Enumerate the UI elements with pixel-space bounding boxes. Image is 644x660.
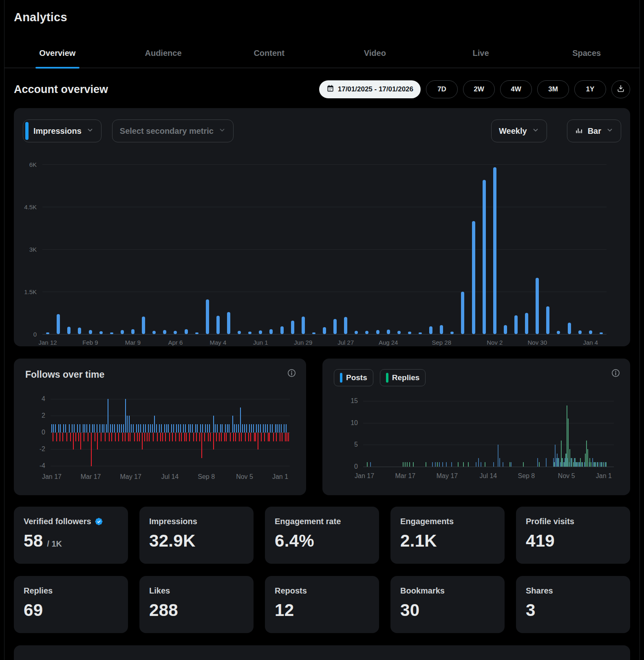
impressions-bar[interactable]: [504, 325, 507, 334]
impressions-bar[interactable]: [323, 327, 326, 334]
follows-bar[interactable]: [138, 424, 139, 433]
replies-bar[interactable]: [554, 462, 555, 467]
replies-bar[interactable]: [567, 405, 567, 467]
unfollows-bar[interactable]: [175, 433, 176, 441]
frequency-dropdown[interactable]: Weekly: [491, 120, 547, 142]
unfollows-bar[interactable]: [213, 433, 214, 450]
follows-bar[interactable]: [267, 424, 268, 433]
unfollows-bar[interactable]: [62, 433, 63, 441]
posts-bar[interactable]: [446, 462, 447, 467]
tab-audience[interactable]: Audience: [110, 39, 216, 68]
unfollows-bar[interactable]: [165, 433, 166, 441]
follows-bar[interactable]: [232, 416, 233, 432]
impressions-bar[interactable]: [376, 330, 379, 334]
follows-bar[interactable]: [74, 424, 75, 433]
impressions-bar[interactable]: [525, 313, 528, 334]
replies-bar[interactable]: [571, 458, 572, 467]
impressions-bar[interactable]: [578, 330, 582, 334]
unfollows-bar[interactable]: [181, 433, 182, 441]
follows-bar[interactable]: [192, 424, 193, 433]
impressions-bar[interactable]: [333, 319, 337, 334]
follows-bar[interactable]: [129, 416, 130, 432]
follows-bar[interactable]: [94, 424, 95, 433]
secondary-metric-dropdown[interactable]: Select secondary metric: [112, 120, 234, 142]
follows-bar[interactable]: [164, 424, 165, 433]
unfollows-bar[interactable]: [193, 433, 194, 441]
follows-bar[interactable]: [277, 424, 278, 433]
impressions-bar[interactable]: [514, 315, 518, 334]
unfollows-bar[interactable]: [255, 433, 256, 441]
range-button-2w[interactable]: 2W: [463, 80, 495, 98]
unfollows-bar[interactable]: [241, 433, 242, 441]
impressions-bar[interactable]: [472, 221, 475, 334]
unfollows-bar[interactable]: [125, 433, 126, 441]
follows-bar[interactable]: [284, 424, 285, 433]
follows-bar[interactable]: [225, 424, 226, 433]
unfollows-bar[interactable]: [122, 433, 123, 441]
unfollows-bar[interactable]: [70, 433, 71, 441]
impressions-bar[interactable]: [206, 299, 209, 334]
unfollows-bar[interactable]: [130, 433, 130, 441]
follows-bar[interactable]: [215, 424, 216, 433]
follows-bar[interactable]: [110, 424, 111, 433]
replies-bar[interactable]: [413, 462, 414, 467]
follows-bar[interactable]: [217, 424, 218, 433]
unfollows-bar[interactable]: [276, 433, 277, 441]
follows-bar[interactable]: [222, 424, 223, 433]
follows-bar[interactable]: [136, 424, 137, 433]
range-button-4w[interactable]: 4W: [500, 80, 532, 98]
follows-bar[interactable]: [51, 424, 52, 433]
replies-bar[interactable]: [558, 458, 558, 467]
impressions-bar[interactable]: [248, 332, 251, 334]
impressions-bar[interactable]: [429, 326, 432, 334]
follows-bar[interactable]: [159, 424, 160, 433]
download-button[interactable]: [611, 80, 630, 98]
range-button-3m[interactable]: 3M: [537, 80, 569, 98]
follows-bar[interactable]: [183, 424, 184, 433]
replies-bar[interactable]: [603, 462, 604, 467]
follows-bar[interactable]: [152, 424, 153, 433]
impressions-bar[interactable]: [185, 329, 188, 334]
impressions-bar[interactable]: [269, 329, 273, 334]
posts-bar[interactable]: [511, 462, 512, 467]
unfollows-bar[interactable]: [280, 433, 280, 441]
follows-bar[interactable]: [156, 424, 157, 433]
impressions-bar[interactable]: [152, 331, 156, 334]
follows-bar[interactable]: [281, 424, 282, 433]
unfollows-bar[interactable]: [128, 433, 129, 441]
tab-spaces[interactable]: Spaces: [534, 39, 640, 68]
follows-bar[interactable]: [108, 399, 108, 432]
unfollows-bar[interactable]: [53, 433, 53, 441]
follows-bar[interactable]: [227, 424, 228, 433]
follows-bar[interactable]: [161, 424, 162, 433]
replies-bar[interactable]: [589, 458, 590, 467]
date-range-picker[interactable]: 17/01/2025 - 17/01/2026: [319, 80, 421, 98]
unfollows-bar[interactable]: [101, 433, 101, 441]
impressions-bar[interactable]: [355, 331, 358, 334]
impressions-bar[interactable]: [312, 332, 315, 334]
replies-bar[interactable]: [523, 462, 524, 467]
follows-bar[interactable]: [140, 424, 141, 433]
follows-bar[interactable]: [168, 424, 169, 433]
replies-bar[interactable]: [564, 462, 565, 467]
impressions-bar[interactable]: [557, 331, 560, 334]
unfollows-bar[interactable]: [216, 433, 217, 441]
info-icon[interactable]: [287, 368, 296, 379]
unfollows-bar[interactable]: [172, 433, 173, 441]
unfollows-bar[interactable]: [111, 433, 112, 441]
follows-bar[interactable]: [104, 424, 104, 433]
posts-bar[interactable]: [439, 462, 440, 467]
unfollows-bar[interactable]: [109, 433, 110, 441]
follows-bar[interactable]: [171, 424, 172, 433]
impressions-bar[interactable]: [568, 323, 571, 334]
legend-chip-posts[interactable]: Posts: [334, 369, 373, 386]
follows-bar[interactable]: [200, 424, 201, 433]
unfollows-bar[interactable]: [261, 433, 262, 441]
replies-bar[interactable]: [582, 462, 583, 467]
impressions-bar[interactable]: [57, 314, 60, 334]
unfollows-bar[interactable]: [184, 433, 185, 441]
unfollows-bar[interactable]: [186, 433, 187, 441]
posts-bar[interactable]: [435, 462, 436, 467]
replies-bar[interactable]: [585, 454, 586, 467]
impressions-bar[interactable]: [195, 332, 198, 334]
